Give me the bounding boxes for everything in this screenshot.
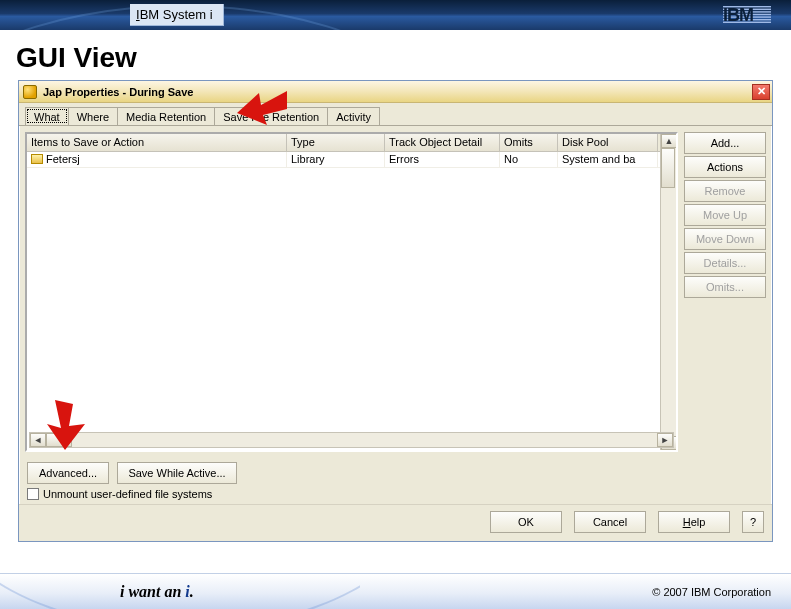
folder-icon [31, 154, 43, 164]
product-title: IBM System i [130, 4, 224, 26]
scroll-right-icon[interactable]: ► [657, 433, 673, 447]
dialog-button-row: OK Cancel Help ? [19, 504, 772, 541]
content-area: Items to Save or Action Type Track Objec… [19, 126, 772, 458]
tab-where[interactable]: Where [68, 107, 118, 125]
v-scroll-track[interactable] [661, 148, 676, 436]
unmount-checkbox[interactable] [27, 488, 39, 500]
vertical-scrollbar[interactable]: ▲ ▼ [660, 134, 676, 450]
unmount-row: Unmount user-defined file systems [19, 488, 772, 504]
actions-button[interactable]: Actions [684, 156, 766, 178]
unmount-checkbox-label[interactable]: Unmount user-defined file systems [27, 488, 212, 500]
col-omits[interactable]: Omits [500, 134, 558, 151]
properties-dialog: Jap Properties - During Save ✕ What Wher… [18, 80, 773, 542]
cell-item: Fetersj [27, 152, 287, 167]
h-scroll-track[interactable] [46, 433, 657, 447]
top-header: IBM System i IBM [0, 0, 791, 30]
save-while-active-button[interactable]: Save While Active... [117, 462, 237, 484]
ok-button[interactable]: OK [490, 511, 562, 533]
close-icon: ✕ [757, 85, 766, 98]
cell-track: Errors [385, 152, 500, 167]
callout-arrow-icon [47, 400, 87, 452]
advanced-button[interactable]: Advanced... [27, 462, 109, 484]
remove-button[interactable]: Remove [684, 180, 766, 202]
tab-media-retention[interactable]: Media Retention [117, 107, 215, 125]
v-scroll-thumb[interactable] [661, 148, 675, 188]
help-button[interactable]: Help [658, 511, 730, 533]
svg-marker-8 [237, 91, 287, 125]
svg-marker-9 [47, 400, 85, 450]
add-button[interactable]: Add... [684, 132, 766, 154]
svg-text:IBM: IBM [723, 6, 753, 24]
context-help-button[interactable]: ? [742, 511, 764, 533]
tab-activity[interactable]: Activity [327, 107, 380, 125]
cancel-button[interactable]: Cancel [574, 511, 646, 533]
ibm-logo: IBM [723, 6, 771, 24]
callout-arrow-icon [237, 91, 287, 127]
col-track[interactable]: Track Object Detail [385, 134, 500, 151]
footer-bar: i want an i. © 2007 IBM Corporation [0, 573, 791, 609]
cell-omits: No [500, 152, 558, 167]
omits-button[interactable]: Omits... [684, 276, 766, 298]
col-type[interactable]: Type [287, 134, 385, 151]
dialog-title: Jap Properties - During Save [43, 86, 193, 98]
col-disk-pool[interactable]: Disk Pool [558, 134, 658, 151]
scroll-up-icon[interactable]: ▲ [661, 134, 677, 148]
tab-strip: What Where Media Retention Save File Ret… [19, 103, 772, 126]
cell-pool: System and ba [558, 152, 658, 167]
bottom-controls: Advanced... Save While Active... [19, 458, 772, 488]
decorative-curve [0, 566, 360, 609]
move-up-button[interactable]: Move Up [684, 204, 766, 226]
scroll-left-icon[interactable]: ◄ [30, 433, 46, 447]
side-button-column: Add... Actions Remove Move Up Move Down … [684, 132, 766, 452]
app-icon [23, 85, 37, 99]
move-down-button[interactable]: Move Down [684, 228, 766, 250]
close-button[interactable]: ✕ [752, 84, 770, 100]
copyright-text: © 2007 IBM Corporation [652, 586, 771, 598]
titlebar: Jap Properties - During Save ✕ [19, 81, 772, 103]
table-header: Items to Save or Action Type Track Objec… [27, 134, 676, 152]
page-title: GUI View [0, 30, 791, 80]
items-table: Items to Save or Action Type Track Objec… [25, 132, 678, 452]
cell-type: Library [287, 152, 385, 167]
details-button[interactable]: Details... [684, 252, 766, 274]
tab-what[interactable]: What [25, 107, 69, 125]
horizontal-scrollbar[interactable]: ◄ ► [29, 432, 674, 448]
col-items[interactable]: Items to Save or Action [27, 134, 287, 151]
table-row[interactable]: Fetersj Library Errors No System and ba [27, 152, 676, 168]
